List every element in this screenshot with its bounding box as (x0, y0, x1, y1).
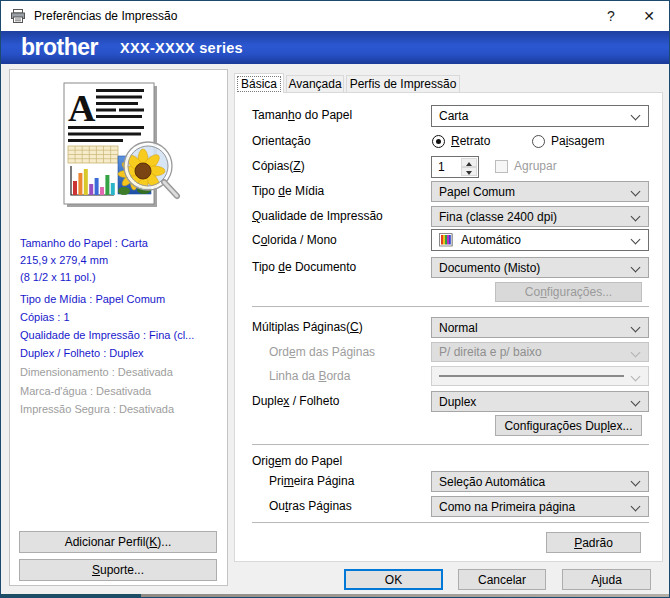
duplex-value: Duplex (439, 395, 476, 409)
duplex-settings-button[interactable]: Configurações Duplex... (495, 415, 642, 436)
print-preferences-dialog: Preferências de Impressão ? ✕ brother XX… (0, 0, 670, 598)
radio-landscape-label[interactable]: Paisagem (551, 134, 604, 148)
svg-text:A: A (68, 87, 96, 129)
window-bottom-border (1, 594, 669, 597)
paper-size-select[interactable]: Carta (431, 105, 649, 127)
summary-paper-size: Tamanho do Papel : Carta (20, 236, 222, 250)
border-line-sample (439, 375, 624, 377)
radio-portrait[interactable] (432, 135, 445, 148)
tab-advanced[interactable]: Avançada (286, 75, 344, 93)
multipage-select[interactable]: Normal (431, 317, 649, 338)
summary-secure-print: Impressão Segura : Desativada (20, 402, 222, 416)
page-order-value: P/ direita e p/ baixo (439, 345, 542, 359)
table-graphic (68, 146, 118, 163)
other-pages-value: Como na Primeira página (439, 500, 575, 514)
default-button[interactable]: Padrão (546, 532, 641, 553)
printer-model: XXX-XXXX series (120, 40, 243, 56)
preview-panel: A (9, 69, 228, 586)
media-type-select[interactable]: Papel Comum (431, 181, 649, 202)
page-order-label: Ordem das Páginas (269, 342, 375, 363)
separator (252, 522, 649, 524)
title-bar: Preferências de Impressão ? ✕ (1, 1, 669, 31)
chevron-down-icon (631, 111, 641, 121)
document-type-label: Tipo de Documento (252, 257, 356, 278)
other-pages-select[interactable]: Como na Primeira página (431, 496, 649, 517)
duplex-select[interactable]: Duplex (431, 391, 649, 412)
tab-basic[interactable]: Básica (234, 73, 284, 93)
tab-print-profiles-label: Perfis de Impressão (350, 77, 457, 91)
summary-scaling: Dimensionamento : Desativada (20, 365, 222, 379)
chevron-down-icon (631, 502, 641, 512)
help-button-footer[interactable]: Ajuda (562, 569, 651, 590)
media-type-value: Papel Comum (439, 185, 515, 199)
multipage-value: Normal (439, 321, 478, 335)
close-icon[interactable]: ✕ (631, 1, 667, 31)
other-pages-label: Outras Páginas (269, 496, 352, 517)
cancel-button[interactable]: Cancelar (458, 569, 546, 590)
color-mono-label: Colorida / Mono (252, 230, 337, 251)
summary-copies: Cópias : 1 (20, 310, 222, 324)
color-mode-icon (439, 233, 455, 247)
paper-size-value: Carta (439, 109, 468, 123)
chevron-down-icon (631, 212, 641, 222)
brother-logo: brother (21, 34, 98, 61)
print-quality-value: Fina (classe 2400 dpi) (439, 210, 557, 224)
summary-paper-inches: (8 1/2 x 11 pol.) (20, 270, 222, 284)
chevron-down-icon (631, 397, 641, 407)
multipage-label: Múltiplas Páginas(C) (252, 317, 363, 338)
tab-print-profiles[interactable]: Perfis de Impressão (346, 75, 460, 93)
copies-value: 1 (438, 160, 445, 174)
settings-summary: Tamanho do Papel : Carta 215,9 x 279,4 m… (20, 236, 222, 416)
print-quality-select[interactable]: Fina (classe 2400 dpi) (431, 206, 649, 227)
first-page-value: Seleção Automática (439, 475, 545, 489)
window-title: Preferências de Impressão (34, 9, 177, 23)
print-quality-label: Qualidade de Impressão (252, 206, 383, 227)
media-type-label: Tipo de Mídia (252, 181, 324, 202)
chevron-down-icon (631, 477, 641, 487)
copies-stepper[interactable]: 1 (431, 156, 479, 178)
tab-advanced-label: Avançada (288, 77, 341, 91)
orientation-landscape-option[interactable]: Paisagem (532, 134, 604, 148)
chevron-down-icon (631, 187, 641, 197)
radio-landscape[interactable] (532, 135, 545, 148)
chevron-down-icon (631, 323, 641, 333)
orientation-portrait-option[interactable]: Retrato (432, 134, 490, 148)
border-line-select (431, 366, 649, 386)
duplex-label: Duplex / Folheto (252, 391, 339, 412)
summary-paper-mm: 215,9 x 279,4 mm (20, 253, 222, 267)
paper-source-group-label: Origem do Papel (252, 451, 342, 472)
ok-button[interactable]: OK (344, 569, 443, 590)
printer-icon (10, 8, 26, 24)
document-preview-image: A (56, 79, 206, 219)
page-order-select: P/ direita e p/ baixo (431, 342, 649, 362)
copies-label: Cópias(Z) (252, 156, 305, 177)
chevron-down-icon (631, 372, 641, 382)
first-page-label: Primeira Página (269, 471, 354, 492)
radio-portrait-label[interactable]: Retrato (451, 134, 490, 148)
color-mono-select[interactable]: Automático (431, 229, 649, 251)
document-type-value: Documento (Misto) (439, 261, 540, 275)
add-profile-button[interactable]: Adicionar Perfil(K)... (19, 531, 217, 553)
orientation-label: Orientação (252, 131, 311, 152)
summary-watermark: Marca-d'água : Desativada (20, 384, 222, 398)
collate-checkbox[interactable] (495, 160, 508, 173)
separator (252, 444, 649, 446)
support-button[interactable]: Suporte... (19, 559, 217, 581)
help-button[interactable]: ? (593, 1, 629, 31)
border-line-label: Linha da Borda (269, 366, 350, 387)
document-settings-button: Configurações... (495, 282, 642, 302)
spinner-down-icon[interactable] (461, 167, 477, 176)
spinner-up-icon[interactable] (461, 158, 477, 167)
color-mono-value: Automático (461, 233, 521, 247)
first-page-select[interactable]: Seleção Automática (431, 471, 649, 492)
chevron-down-icon (631, 263, 641, 273)
separator (252, 306, 649, 308)
tab-basic-label: Básica (241, 77, 277, 91)
summary-media-type: Tipo de Mídia : Papel Comum (20, 292, 222, 306)
brand-bar: brother XXX-XXXX series (1, 31, 669, 64)
document-type-select[interactable]: Documento (Misto) (431, 257, 649, 278)
summary-quality: Qualidade de Impressão : Fina (cl... (20, 328, 222, 342)
collate-label: Agrupar (514, 157, 557, 176)
paper-size-label: Tamanho do Papel (252, 105, 352, 126)
chevron-down-icon (631, 235, 641, 245)
